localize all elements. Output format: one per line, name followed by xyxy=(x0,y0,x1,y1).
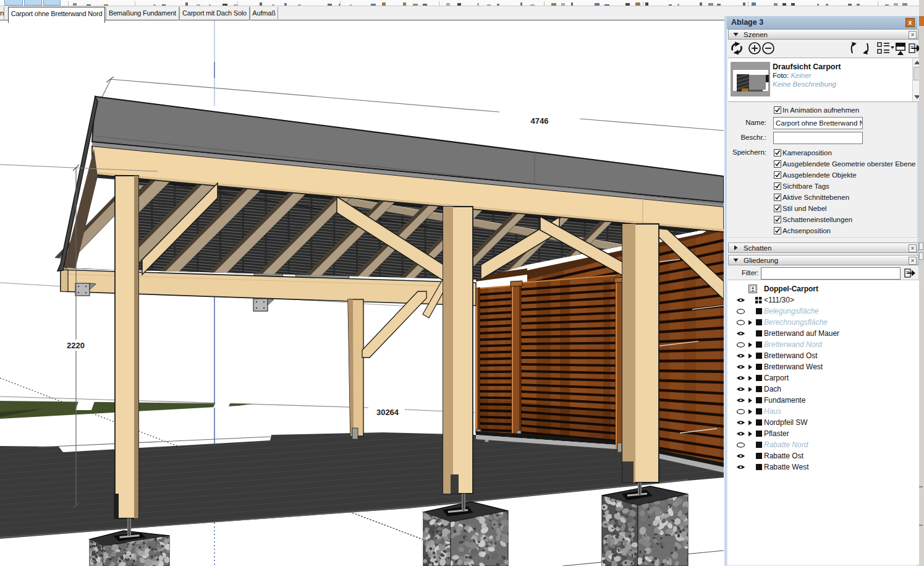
svg-text:4746: 4746 xyxy=(531,116,549,126)
svg-text:30264: 30264 xyxy=(376,408,399,417)
svg-text:2220: 2220 xyxy=(67,341,85,350)
